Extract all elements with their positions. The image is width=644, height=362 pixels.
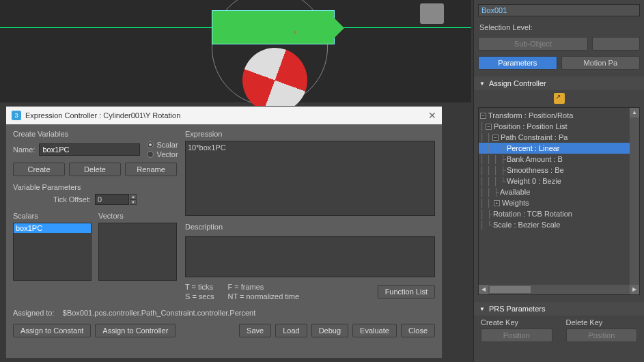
scrollbar-thumb[interactable]: [490, 286, 531, 293]
scalars-label: Scalars: [13, 212, 92, 220]
parameters-button[interactable]: Parameters: [478, 56, 557, 70]
axis-label: x: [294, 29, 297, 36]
rename-button[interactable]: Rename: [125, 163, 177, 176]
scroll-right-icon[interactable]: ▶: [630, 285, 639, 294]
tree-item-path-constraint[interactable]: Path Constraint : Pa: [501, 132, 568, 143]
tree-item-scale[interactable]: Scale : Bezier Scale: [493, 219, 560, 230]
variable-name-input[interactable]: [39, 143, 140, 156]
vectors-list[interactable]: [98, 223, 177, 281]
tree-item-rotation[interactable]: Rotation : TCB Rotation: [493, 208, 572, 219]
tree-item-percent[interactable]: Percent : Linear: [507, 143, 560, 154]
tick-offset-spinner[interactable]: ▲ ▼: [95, 194, 137, 205]
assign-to-controller-button[interactable]: Assign to Controller: [95, 324, 176, 337]
tree-collapse-icon[interactable]: −: [486, 124, 492, 130]
assign-controller-icon[interactable]: [554, 93, 565, 104]
controller-tree[interactable]: ▲ −Transform : Position/Rota │ −Position…: [478, 107, 640, 295]
tree-item-transform[interactable]: Transform : Position/Rota: [488, 110, 573, 121]
tree-expand-icon[interactable]: +: [494, 200, 500, 206]
close-button[interactable]: Close: [401, 324, 435, 337]
description-label: Description: [185, 223, 435, 231]
delete-button[interactable]: Delete: [69, 163, 121, 176]
tree-item-weight0[interactable]: Weight 0 : Bezie: [507, 176, 561, 186]
tree-item-available[interactable]: Available: [500, 186, 530, 197]
chevron-down-icon: ▼: [479, 306, 485, 312]
expression-label: Expression: [185, 130, 435, 138]
subobject-dropdown[interactable]: [592, 37, 640, 51]
assigned-to-label: Assigned to:: [13, 309, 55, 317]
vector-radio[interactable]: Vector: [147, 150, 178, 158]
legend-nt: NT = normalized time: [228, 292, 300, 301]
create-button[interactable]: Create: [13, 163, 65, 176]
description-input[interactable]: [185, 236, 435, 277]
tree-item-smoothness[interactable]: Smoothness : Be: [507, 165, 564, 176]
list-item[interactable]: box1PC: [14, 223, 91, 233]
green-box-object[interactable]: [212, 10, 335, 44]
load-button[interactable]: Load: [275, 324, 307, 337]
assign-controller-rollout[interactable]: ▼ Assign Controller: [474, 76, 644, 90]
legend-s: S = secs: [185, 292, 214, 301]
selection-level-label: Selection Level:: [479, 23, 639, 31]
create-variables-label: Create Variables: [13, 130, 177, 138]
evaluate-button[interactable]: Evaluate: [352, 324, 397, 337]
viewport-gizmo-icon[interactable]: [420, 3, 444, 24]
horizontal-scrollbar[interactable]: ◀ ▶: [479, 285, 639, 294]
name-label: Name:: [13, 145, 35, 154]
tree-item-position[interactable]: Position : Position List: [494, 121, 568, 132]
scroll-left-icon[interactable]: ◀: [479, 285, 488, 294]
function-list-button[interactable]: Function List: [378, 285, 435, 298]
dialog-title-text: Expression Controller : Cylinder001\Y Ro…: [25, 111, 180, 120]
variable-parameters-label: Variable Parameters: [13, 183, 177, 191]
close-icon[interactable]: ✕: [428, 110, 436, 121]
tree-collapse-icon[interactable]: −: [492, 135, 499, 141]
scalar-radio[interactable]: Scalar: [147, 141, 178, 149]
delete-key-label: Delete Key: [566, 318, 638, 326]
tick-offset-label: Tick Offset:: [53, 195, 91, 204]
vertical-scrollbar[interactable]: ▲: [630, 108, 639, 285]
tree-item-bank[interactable]: Bank Amount : B: [507, 154, 563, 165]
vectors-label: Vectors: [98, 212, 177, 220]
assign-to-constant-button[interactable]: Assign to Constant: [13, 324, 91, 337]
spinner-up-icon[interactable]: ▲: [130, 194, 137, 199]
scalars-list[interactable]: box1PC: [13, 223, 92, 281]
command-panel: Box001 Selection Level: Sub-Object Param…: [473, 0, 644, 362]
object-name-field[interactable]: Box001: [478, 4, 640, 16]
app-icon: 3: [12, 111, 21, 120]
create-position-key-button[interactable]: Position: [481, 329, 552, 342]
tree-item-weights[interactable]: Weights: [502, 197, 529, 208]
legend-f: F = frames: [228, 283, 300, 291]
spinner-down-icon[interactable]: ▼: [130, 199, 137, 205]
scroll-up-icon[interactable]: ▲: [630, 108, 639, 117]
dialog-titlebar[interactable]: 3 Expression Controller : Cylinder001\Y …: [6, 107, 442, 124]
tree-collapse-icon[interactable]: −: [480, 113, 486, 119]
expression-input[interactable]: [185, 141, 435, 216]
create-key-label: Create Key: [481, 318, 552, 326]
debug-button[interactable]: Debug: [311, 324, 348, 337]
delete-position-key-button[interactable]: Position: [566, 329, 638, 342]
legend-t: T = ticks: [185, 283, 214, 291]
save-button[interactable]: Save: [239, 324, 271, 337]
sub-object-button[interactable]: Sub-Object: [478, 37, 588, 51]
assigned-to-value: $Box001.pos.controller.Path_Constraint.c…: [63, 309, 256, 317]
prs-parameters-rollout[interactable]: ▼ PRS Parameters: [474, 302, 644, 316]
motion-paths-button[interactable]: Motion Pa: [561, 56, 641, 70]
expression-controller-dialog: 3 Expression Controller : Cylinder001\Y …: [5, 106, 443, 359]
chevron-down-icon: ▼: [479, 81, 485, 87]
viewport[interactable]: x: [0, 0, 471, 102]
